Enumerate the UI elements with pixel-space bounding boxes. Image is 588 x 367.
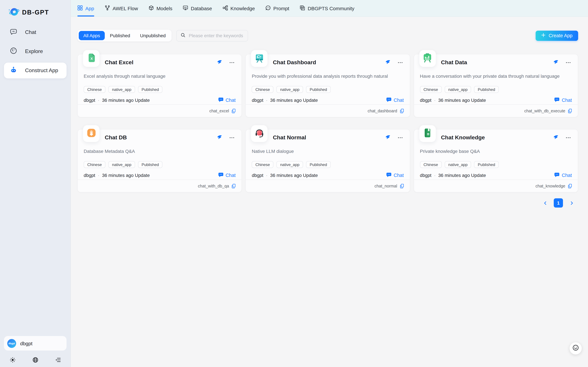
card-footer: chat_with_db_execute [414, 104, 578, 117]
chat-link[interactable]: Chat [218, 172, 236, 179]
copy-icon[interactable] [232, 184, 236, 188]
robot-icon [10, 66, 17, 75]
chat-link-label: Chat [394, 98, 404, 103]
chat-link-label: Chat [225, 173, 236, 178]
copy-icon[interactable] [232, 108, 236, 113]
tag-chip: Chinese [252, 161, 273, 168]
meta-separator: · [434, 98, 436, 103]
chat-bubble-blue-icon [554, 97, 560, 103]
collapse-sidebar-icon[interactable] [54, 356, 62, 364]
user-profile-chip[interactable]: dbgpt dbgpt [4, 336, 66, 350]
meta-separator: · [98, 98, 99, 103]
tag-chip: Chinese [84, 86, 105, 93]
dingtalk-share-icon[interactable] [217, 135, 223, 141]
tab-database[interactable]: SQL Database [183, 0, 212, 17]
theme-sun-icon[interactable] [8, 356, 17, 364]
app-card[interactable]: X Chat Excel Excel analysis through natu… [77, 54, 242, 117]
sidebar-item-explore[interactable]: Explore [4, 43, 66, 59]
sidebar-item-construct-app[interactable]: Construct App [4, 63, 66, 78]
app-card[interactable]: Chat Dashboard Provide you with professi… [246, 54, 410, 117]
keyword-search [176, 30, 248, 41]
copy-icon[interactable] [568, 184, 572, 188]
tag-chip: native_app [277, 161, 303, 168]
more-actions-icon[interactable] [229, 60, 235, 66]
copy-icon[interactable] [399, 184, 404, 188]
tag-chip: native_app [108, 86, 135, 93]
feedback-smiley-button[interactable] [570, 342, 582, 354]
tag-chip: native_app [108, 161, 135, 168]
copy-icon[interactable] [399, 108, 404, 113]
tab-label: Knowledge [231, 5, 255, 11]
org-chart-icon [223, 5, 228, 11]
app-card-grid: X Chat Excel Excel analysis through natu… [77, 54, 578, 192]
dingtalk-share-icon[interactable] [385, 135, 390, 141]
card-meta: dbgpt · 36 minutes ago Update Chat [420, 172, 572, 179]
app-code: chat_excel [209, 108, 229, 113]
grid-icon [77, 5, 83, 11]
app-card[interactable]: Chat Data Have a conversation with your … [414, 54, 578, 117]
chat-link[interactable]: Chat [386, 172, 404, 179]
more-actions-icon[interactable] [229, 135, 235, 141]
more-actions-icon[interactable] [397, 60, 403, 66]
dingtalk-share-icon[interactable] [553, 60, 559, 66]
app-title: Chat Dashboard [273, 59, 316, 66]
next-page-button[interactable] [567, 198, 576, 208]
tab-label: Models [157, 5, 173, 11]
chat-bubble-blue-icon [554, 172, 560, 179]
tab-knowledge[interactable]: Knowledge [223, 0, 255, 17]
page-number-1[interactable]: 1 [554, 198, 563, 208]
filter-all-apps[interactable]: All Apps [79, 31, 105, 40]
more-actions-icon[interactable] [397, 135, 403, 141]
copy-icon[interactable] [568, 108, 572, 113]
dingtalk-share-icon[interactable] [553, 135, 559, 141]
app-code: chat_knowledge [535, 184, 565, 188]
dingtalk-share-icon[interactable] [217, 60, 223, 66]
tab-dbgpts-community[interactable]: DBGPTS Community [300, 0, 354, 17]
sql-monitor-icon: SQL [183, 5, 188, 11]
tag-chip: native_app [445, 86, 471, 93]
search-input[interactable] [188, 33, 244, 39]
plus-icon [541, 33, 546, 38]
app-code: chat_dashboard [368, 108, 397, 113]
app-description: Private knowledge base Q&A [420, 148, 572, 155]
filter-unpublished[interactable]: Unpublished [135, 31, 170, 40]
chat-bubble-icon [10, 28, 17, 37]
tag-chip: Published [138, 161, 163, 168]
app-card[interactable]: Chat Normal Native LLM dialogue Chinesen… [246, 129, 410, 192]
tab-prompt[interactable]: Prompt [265, 0, 289, 17]
card-meta: dbgpt · 36 minutes ago Update Chat [84, 97, 236, 103]
card-actions [217, 60, 235, 66]
app-owner: dbgpt [252, 173, 263, 178]
app-updated: 36 minutes ago Update [438, 173, 486, 178]
tab-awel-flow[interactable]: AWEL Flow [105, 0, 138, 17]
app-description: Provide you with professional data analy… [252, 73, 404, 80]
tab-models[interactable]: Models [149, 0, 173, 17]
avatar: dbgpt [7, 339, 16, 348]
chat-link[interactable]: Chat [386, 97, 404, 103]
sidebar-item-label: Explore [25, 49, 43, 54]
filter-published[interactable]: Published [105, 31, 135, 40]
more-actions-icon[interactable] [565, 135, 571, 141]
sidebar-menu: Chat Explore [0, 24, 70, 82]
chat-link[interactable]: Chat [218, 97, 236, 103]
app-description: Native LLM dialogue [252, 148, 404, 155]
tab-app[interactable]: App [77, 0, 94, 17]
chat-link[interactable]: Chat [554, 97, 572, 103]
dingtalk-share-icon[interactable] [385, 60, 390, 66]
sidebar-footer [5, 354, 66, 365]
app-owner: dbgpt [420, 173, 431, 178]
tag-chip: Published [474, 161, 499, 168]
chat-link[interactable]: Chat [554, 172, 572, 179]
create-app-button[interactable]: Create App [536, 31, 578, 41]
app-card[interactable]: Chat Knowledge Private knowledge base Q&… [414, 129, 578, 192]
sidebar-item-chat[interactable]: Chat [4, 24, 66, 40]
app-updated: 36 minutes ago Update [270, 173, 318, 178]
chat-link-label: Chat [562, 173, 572, 178]
tag-chip: native_app [277, 86, 303, 93]
language-globe-icon[interactable] [31, 356, 39, 364]
app-code: chat_normal [374, 184, 397, 188]
previous-page-button[interactable] [541, 198, 550, 208]
more-actions-icon[interactable] [565, 60, 571, 66]
app-card[interactable]: Chat DB Database Metadata Q&A Chinesenat… [77, 129, 242, 192]
db-app-icon [86, 128, 96, 139]
